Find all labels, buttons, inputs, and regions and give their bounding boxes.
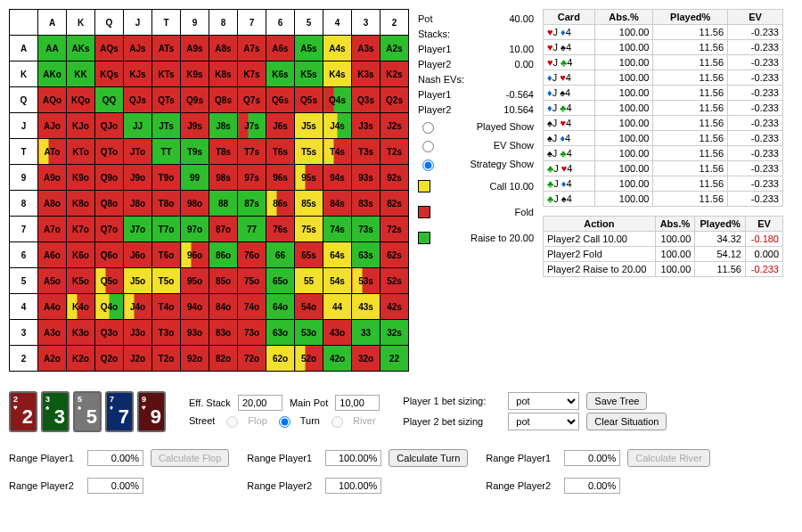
matrix-cell[interactable]: K2s bbox=[381, 61, 409, 87]
radio-turn[interactable] bbox=[279, 416, 291, 428]
matrix-cell[interactable]: T2o bbox=[152, 346, 181, 372]
card-row[interactable]: ♦J ♠4100.0011.56-0.233 bbox=[544, 86, 783, 101]
matrix-cell[interactable]: Q4o bbox=[95, 294, 124, 320]
matrix-cell[interactable]: JTo bbox=[124, 139, 152, 165]
matrix-cell[interactable]: AQo bbox=[38, 87, 67, 113]
matrix-cell[interactable]: 97o bbox=[181, 217, 209, 242]
matrix-cell[interactable]: T5o bbox=[152, 268, 181, 294]
matrix-cell[interactable]: 73o bbox=[238, 320, 266, 346]
matrix-cell[interactable]: Q2o bbox=[95, 346, 124, 372]
matrix-cell[interactable]: AJo bbox=[38, 113, 67, 139]
matrix-cell[interactable]: 82o bbox=[209, 346, 238, 372]
river-p2-range[interactable] bbox=[564, 478, 620, 494]
matrix-cell[interactable]: 97s bbox=[238, 165, 266, 191]
matrix-cell[interactable]: 86o bbox=[209, 242, 238, 268]
matrix-cell[interactable]: 63s bbox=[352, 242, 381, 268]
matrix-cell[interactable]: 75s bbox=[295, 217, 323, 242]
matrix-cell[interactable]: 96o bbox=[181, 242, 209, 268]
radio-strategy[interactable] bbox=[422, 160, 434, 171]
card-row[interactable]: ♦J ♥4100.0011.56-0.233 bbox=[544, 70, 783, 86]
matrix-cell[interactable]: T7o bbox=[152, 217, 181, 242]
matrix-cell[interactable]: 53o bbox=[295, 320, 323, 346]
matrix-cell[interactable]: 42s bbox=[381, 294, 409, 320]
matrix-cell[interactable]: Q7o bbox=[95, 217, 124, 242]
matrix-cell[interactable]: 32o bbox=[352, 346, 381, 372]
matrix-cell[interactable]: 74s bbox=[323, 217, 352, 242]
matrix-cell[interactable]: KJs bbox=[124, 61, 152, 87]
matrix-cell[interactable]: A3o bbox=[38, 320, 67, 346]
matrix-cell[interactable]: K7s bbox=[238, 61, 266, 87]
matrix-cell[interactable]: Q9s bbox=[181, 87, 209, 113]
p1-bet-select[interactable]: pot bbox=[508, 392, 579, 410]
matrix-cell[interactable]: J9o bbox=[124, 165, 152, 191]
clear-situation-button[interactable]: Clear Situation bbox=[586, 413, 667, 430]
matrix-cell[interactable]: 43o bbox=[323, 320, 352, 346]
board-card[interactable]: 2♥2 bbox=[9, 391, 37, 432]
matrix-cell[interactable]: 94o bbox=[181, 294, 209, 320]
card-row[interactable]: ♥J ♦4100.0011.56-0.233 bbox=[544, 25, 783, 40]
matrix-cell[interactable]: T8s bbox=[209, 139, 238, 165]
matrix-cell[interactable]: 92o bbox=[181, 346, 209, 372]
matrix-cell[interactable]: T7s bbox=[238, 139, 266, 165]
matrix-cell[interactable]: K2o bbox=[67, 346, 95, 372]
matrix-cell[interactable]: K9s bbox=[181, 61, 209, 87]
matrix-cell[interactable]: 82s bbox=[381, 191, 409, 217]
matrix-cell[interactable]: J5s bbox=[295, 113, 323, 139]
matrix-cell[interactable]: Q6o bbox=[95, 242, 124, 268]
matrix-cell[interactable]: Q2s bbox=[381, 87, 409, 113]
turn-p2-range[interactable] bbox=[325, 478, 381, 494]
matrix-cell[interactable]: J9s bbox=[181, 113, 209, 139]
matrix-cell[interactable]: Q3o bbox=[95, 320, 124, 346]
matrix-cell[interactable]: TT bbox=[152, 139, 181, 165]
card-row[interactable]: ♣J ♠4100.0011.56-0.233 bbox=[544, 192, 783, 207]
matrix-cell[interactable]: A5s bbox=[295, 36, 323, 61]
matrix-cell[interactable]: KTo bbox=[67, 139, 95, 165]
matrix-cell[interactable]: A4s bbox=[323, 36, 352, 61]
matrix-cell[interactable]: A6o bbox=[38, 242, 67, 268]
matrix-cell[interactable]: 65s bbox=[295, 242, 323, 268]
card-row[interactable]: ♣J ♦4100.0011.56-0.233 bbox=[544, 176, 783, 192]
matrix-cell[interactable]: K5o bbox=[67, 268, 95, 294]
matrix-cell[interactable]: A9o bbox=[38, 165, 67, 191]
matrix-cell[interactable]: Q8s bbox=[209, 87, 238, 113]
matrix-cell[interactable]: ATo bbox=[38, 139, 67, 165]
matrix-cell[interactable]: J8s bbox=[209, 113, 238, 139]
matrix-cell[interactable]: 87s bbox=[238, 191, 266, 217]
matrix-cell[interactable]: K4s bbox=[323, 61, 352, 87]
matrix-cell[interactable]: 73s bbox=[352, 217, 381, 242]
matrix-cell[interactable]: K3s bbox=[352, 61, 381, 87]
matrix-cell[interactable]: QTo bbox=[95, 139, 124, 165]
matrix-cell[interactable]: A7s bbox=[238, 36, 266, 61]
matrix-cell[interactable]: 94s bbox=[323, 165, 352, 191]
matrix-cell[interactable]: 83s bbox=[352, 191, 381, 217]
radio-ev[interactable] bbox=[422, 141, 434, 152]
flop-p1-range[interactable] bbox=[87, 450, 143, 466]
matrix-cell[interactable]: A6s bbox=[266, 36, 295, 61]
matrix-cell[interactable]: Q9o bbox=[95, 165, 124, 191]
matrix-cell[interactable]: JTs bbox=[152, 113, 181, 139]
matrix-cell[interactable]: 83o bbox=[209, 320, 238, 346]
matrix-cell[interactable]: KJo bbox=[67, 113, 95, 139]
board-card[interactable]: 5♠5 bbox=[73, 391, 102, 432]
matrix-cell[interactable]: J7o bbox=[124, 217, 152, 242]
matrix-cell[interactable]: J3s bbox=[352, 113, 381, 139]
matrix-cell[interactable]: A8o bbox=[38, 191, 67, 217]
matrix-cell[interactable]: 96s bbox=[266, 165, 295, 191]
matrix-cell[interactable]: A8s bbox=[209, 36, 238, 61]
matrix-cell[interactable]: J8o bbox=[124, 191, 152, 217]
matrix-cell[interactable]: A5o bbox=[38, 268, 67, 294]
card-row[interactable]: ♥J ♣4100.0011.56-0.233 bbox=[544, 55, 783, 70]
matrix-cell[interactable]: 42o bbox=[323, 346, 352, 372]
matrix-cell[interactable]: 63o bbox=[266, 320, 295, 346]
matrix-cell[interactable]: 76s bbox=[266, 217, 295, 242]
matrix-cell[interactable]: A7o bbox=[38, 217, 67, 242]
matrix-cell[interactable]: 32s bbox=[381, 320, 409, 346]
save-tree-button[interactable]: Save Tree bbox=[586, 392, 647, 410]
matrix-cell[interactable]: 72o bbox=[238, 346, 266, 372]
action-row[interactable]: Player2 Fold100.0054.120.000 bbox=[544, 247, 783, 262]
matrix-cell[interactable]: QJs bbox=[124, 87, 152, 113]
matrix-cell[interactable]: 95s bbox=[295, 165, 323, 191]
matrix-cell[interactable]: 95o bbox=[181, 268, 209, 294]
matrix-cell[interactable]: J6o bbox=[124, 242, 152, 268]
matrix-cell[interactable]: Q8o bbox=[95, 191, 124, 217]
